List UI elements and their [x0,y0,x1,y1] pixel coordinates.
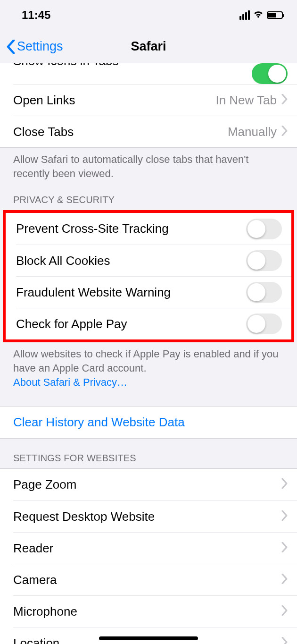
chevron-right-icon [281,636,288,644]
show-icons-label: Show Icons in Tabs [13,63,252,68]
websites-group: Page Zoom Request Desktop Website Reader… [0,468,297,644]
close-tabs-row[interactable]: Close Tabs Manually [13,116,297,147]
back-button[interactable]: Settings [0,39,63,54]
status-bar: 11:45 [0,0,297,30]
status-right [239,9,283,21]
apple-pay-label: Check for Apple Pay [16,317,246,331]
websites-header: Settings for Websites [0,439,297,468]
chevron-right-icon [281,125,288,139]
clear-group: Clear History and Website Data [0,406,297,439]
open-links-row[interactable]: Open Links In New Tab [13,84,297,116]
page-zoom-row[interactable]: Page Zoom [0,469,297,500]
camera-label: Camera [13,573,281,587]
prevent-tracking-label: Prevent Cross-Site Tracking [16,221,246,236]
chevron-right-icon [281,573,288,587]
privacy-footer-text: Allow websites to check if Apple Pay is … [13,348,279,374]
back-label: Settings [17,39,63,54]
reader-label: Reader [13,541,281,556]
block-cookies-toggle[interactable] [246,250,282,271]
show-icons-row[interactable]: Show Icons in Tabs [0,63,297,84]
fraud-warning-row[interactable]: Fraudulent Website Warning [16,276,291,308]
apple-pay-toggle[interactable] [246,314,282,334]
show-icons-toggle[interactable] [252,63,288,84]
close-tabs-value: Manually [228,125,277,139]
home-indicator[interactable] [99,636,198,640]
fraud-warning-toggle[interactable] [246,282,282,303]
open-links-value: In New Tab [215,93,277,108]
clear-history-row[interactable]: Clear History and Website Data [0,407,297,438]
chevron-right-icon [281,604,288,619]
desktop-site-label: Request Desktop Website [13,509,281,524]
clear-history-label: Clear History and Website Data [13,415,288,430]
privacy-header: Privacy & Security [0,180,297,210]
location-row[interactable]: Location [13,627,297,644]
wifi-icon [253,9,264,21]
nav-bar: Settings Safari [0,30,297,63]
tabs-footer: Allow Safari to automatically close tabs… [0,148,297,180]
chevron-right-icon [281,509,288,524]
desktop-site-row[interactable]: Request Desktop Website [13,500,297,532]
microphone-label: Microphone [13,604,281,619]
about-safari-privacy-link[interactable]: About Safari & Privacy… [13,376,127,388]
tabs-group: Show Icons in Tabs Open Links In New Tab… [0,63,297,147]
cellular-icon [239,10,250,20]
status-time: 11:45 [22,8,50,22]
close-tabs-label: Close Tabs [13,125,228,139]
apple-pay-row[interactable]: Check for Apple Pay [16,308,291,339]
chevron-right-icon [281,93,288,108]
prevent-tracking-row[interactable]: Prevent Cross-Site Tracking [6,213,291,245]
prevent-tracking-toggle[interactable] [246,219,282,239]
chevron-right-icon [281,541,288,556]
block-cookies-label: Block All Cookies [16,254,246,268]
page-zoom-label: Page Zoom [13,477,281,492]
privacy-group-highlight: Prevent Cross-Site Tracking Block All Co… [3,210,294,342]
reader-row[interactable]: Reader [13,532,297,564]
chevron-left-icon [7,40,15,54]
chevron-right-icon [281,477,288,492]
camera-row[interactable]: Camera [13,564,297,595]
battery-icon [267,11,283,19]
privacy-footer: Allow websites to check if Apple Pay is … [0,342,297,389]
fraud-warning-label: Fraudulent Website Warning [16,285,246,300]
microphone-row[interactable]: Microphone [13,595,297,627]
block-cookies-row[interactable]: Block All Cookies [16,245,291,276]
open-links-label: Open Links [13,93,215,108]
